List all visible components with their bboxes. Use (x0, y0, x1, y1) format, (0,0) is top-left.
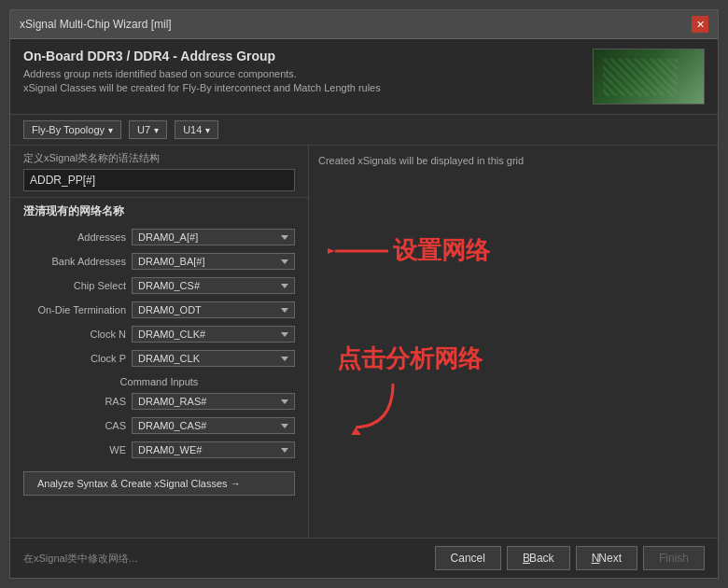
header-image (593, 49, 705, 105)
cas-row: CAS DRAM0_CAS# (10, 413, 308, 438)
clock-n-label: Clock N (23, 329, 126, 340)
clarify-section-title: 澄清现有的网络名称 (10, 197, 308, 225)
main-content: 定义xSignal类名称的语法结构 澄清现有的网络名称 Addresses DR… (10, 146, 718, 538)
we-select[interactable]: DRAM0_WE# (132, 441, 295, 458)
dialog-title: xSignal Multi-Chip Wizard [mil] (20, 18, 172, 31)
title-bar: xSignal Multi-Chip Wizard [mil] ✕ (10, 10, 718, 39)
next-button[interactable]: NNext (576, 546, 637, 570)
analyze-network-annotation: 点击分析网络 (337, 343, 483, 435)
main-dialog: xSignal Multi-Chip Wizard [mil] ✕ On-Boa… (9, 9, 719, 579)
analyze-network-text: 点击分析网络 (337, 343, 483, 375)
header-section: On-Board DDR3 / DDR4 - Address Group Add… (10, 39, 718, 115)
addresses-select[interactable]: DRAM0_A[#] (132, 229, 295, 245)
chip-select-label: Chip Select (23, 280, 126, 291)
finish-button[interactable]: Finish (643, 546, 705, 570)
on-die-label: On-Die Termination (23, 304, 126, 315)
addresses-label: Addresses (23, 231, 126, 243)
left-panel: 定义xSignal类名称的语法结构 澄清现有的网络名称 Addresses DR… (10, 146, 309, 538)
chip1-button[interactable]: U7 (129, 120, 167, 139)
cas-select[interactable]: DRAM0_CAS# (132, 417, 295, 434)
on-die-row: On-Die Termination DRAM0_ODT (10, 298, 308, 322)
ras-row: RAS DRAM0_RAS# (10, 389, 308, 413)
footer-edit-hint: 在xSignal类中修改网络... (23, 552, 137, 566)
syntax-input[interactable] (23, 169, 295, 191)
back-button[interactable]: BBack (507, 546, 570, 570)
addresses-row: Addresses DRAM0_A[#] (10, 225, 308, 249)
bank-addresses-label: Bank Addresses (23, 256, 126, 267)
header-line2: xSignal Classes will be created for Fly-… (23, 81, 381, 95)
clock-n-row: Clock N DRAM0_CLK# (10, 322, 308, 346)
header-heading: On-Board DDR3 / DDR4 - Address Group (23, 49, 381, 63)
set-network-text: 设置网络 (393, 234, 490, 267)
analyze-button[interactable]: Analyze Syntax & Create xSignal Classes … (23, 471, 295, 496)
footer: 在xSignal类中修改网络... Cancel BBack NNext Fin… (10, 538, 718, 578)
clock-n-select[interactable]: DRAM0_CLK# (132, 326, 295, 343)
ras-select[interactable]: DRAM0_RAS# (132, 393, 295, 410)
cancel-button[interactable]: Cancel (435, 546, 501, 570)
set-network-annotation: 设置网络 (328, 234, 490, 267)
clock-p-row: Clock P DRAM0_CLK (10, 346, 308, 371)
on-die-select[interactable]: DRAM0_ODT (132, 301, 295, 318)
chip-select-select[interactable]: DRAM0_CS# (132, 277, 295, 294)
arrow-left-icon (328, 237, 393, 265)
chip-select-row: Chip Select DRAM0_CS# (10, 273, 308, 298)
header-left: On-Board DDR3 / DDR4 - Address Group Add… (23, 49, 381, 96)
right-panel: Created xSignals will be displayed in th… (309, 146, 718, 538)
close-button[interactable]: ✕ (692, 16, 708, 33)
toolbar: Fly-By Topology U7 U14 (10, 115, 718, 146)
command-inputs-label: Command Inputs (10, 371, 308, 389)
footer-buttons: Cancel BBack NNext Finish (435, 546, 705, 570)
clock-p-select[interactable]: DRAM0_CLK (132, 350, 295, 367)
bank-addresses-select[interactable]: DRAM0_BA[#] (132, 253, 295, 270)
topology-dropdown[interactable]: Fly-By Topology (23, 120, 121, 139)
ras-label: RAS (23, 396, 126, 407)
arrow-down-icon (337, 379, 412, 435)
right-hint: Created xSignals will be displayed in th… (318, 155, 708, 166)
we-row: WE DRAM0_WE# (10, 438, 308, 462)
bank-addresses-row: Bank Addresses DRAM0_BA[#] (10, 249, 308, 273)
header-line1: Address group nets identified based on s… (23, 67, 381, 81)
clock-p-label: Clock P (23, 353, 126, 364)
cas-label: CAS (23, 420, 126, 431)
syntax-label: 定义xSignal类名称的语法结构 (10, 146, 308, 169)
chip2-button[interactable]: U14 (175, 120, 218, 139)
we-label: WE (23, 444, 126, 455)
